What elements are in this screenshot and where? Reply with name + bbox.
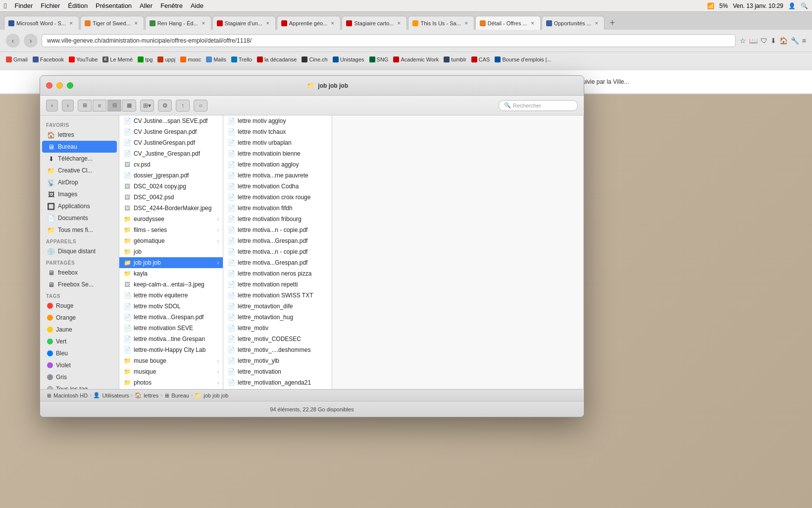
tab-word[interactable]: Microsoft Word - S... ✕: [4, 16, 79, 30]
sidebar-item-bureau[interactable]: 🖥 Bureau: [42, 141, 117, 153]
bookmark-lememe[interactable]: É Le Memé: [102, 56, 133, 62]
file-item[interactable]: 📄 lettre motivation SWISS TXT: [223, 290, 332, 301]
file-item[interactable]: 📄 lettre motivation Codha: [223, 181, 332, 192]
bookmark-icon[interactable]: ☆: [740, 37, 746, 45]
file-item[interactable]: 📄 lettre_motiv: [223, 323, 332, 334]
tab-close[interactable]: ✕: [593, 20, 600, 27]
file-item-job-job-job[interactable]: 📁 job job job ›: [119, 257, 223, 268]
sidebar-item-airdrop[interactable]: 📡 AirDrop: [42, 176, 117, 188]
file-item[interactable]: 📄 lettre motiva...n - copie.pdf: [223, 225, 332, 235]
download-icon[interactable]: ⬇: [770, 37, 776, 45]
file-item[interactable]: 📄 CV JustineGrespan.pdf: [119, 137, 223, 148]
file-item[interactable]: 📄 CV Justine Grespan.pdf: [119, 126, 223, 137]
menu-button[interactable]: ≡: [802, 37, 806, 45]
bookmark-trello[interactable]: Trello: [231, 56, 252, 62]
apple-menu[interactable]: : [4, 1, 6, 10]
menu-aller[interactable]: Aller: [140, 2, 152, 9]
minimize-button[interactable]: [56, 82, 63, 89]
bookmark-unistages[interactable]: Unistages: [333, 56, 364, 62]
file-item[interactable]: 📄 lettre motivation repetti: [223, 279, 332, 290]
sidebar-item-tag-jaune[interactable]: Jaune: [42, 324, 117, 336]
file-item[interactable]: 📄 lettre_motiv_CODESEC: [223, 334, 332, 344]
bookmark-mooc[interactable]: mooc: [180, 56, 201, 62]
file-item[interactable]: 🖼 cv.psd: [119, 159, 223, 170]
file-item[interactable]: 📄 lettre motivation SEVE: [119, 323, 223, 334]
file-item[interactable]: 📄 lettre motiva...tine Grespan: [119, 334, 223, 344]
file-item[interactable]: 📁 musique ›: [119, 366, 223, 377]
menu-edition[interactable]: Édition: [68, 2, 88, 9]
shield-icon[interactable]: 🛡: [761, 37, 767, 45]
tab-stagiaire1[interactable]: Stagiaire d'un... ✕: [212, 16, 276, 30]
home-icon[interactable]: 🏠: [779, 37, 788, 45]
sidebar-item-lettres[interactable]: 🏠 lettres: [42, 129, 117, 141]
file-item[interactable]: 📄 lettre motivation fifdh: [223, 203, 332, 214]
bookmark-academic-work[interactable]: Academic Work: [393, 56, 439, 62]
tab-this-is-us[interactable]: This Is Us - Sa... ✕: [408, 16, 474, 30]
sidebar-item-tag-bleu[interactable]: Bleu: [42, 347, 117, 359]
file-item[interactable]: 📄 lettre motivation neros pizza: [223, 268, 332, 279]
bookmark-youtube[interactable]: YouTube: [69, 56, 98, 62]
file-item[interactable]: 📄 lettre_motivation_agenda21: [223, 377, 332, 388]
bookmark-uppj[interactable]: uppj: [157, 56, 175, 62]
sidebar-item-tous-mes-fichiers[interactable]: 📁 Tous mes fi...: [42, 224, 117, 236]
tab-close[interactable]: ✕: [529, 20, 536, 27]
tab-close[interactable]: ✕: [68, 20, 75, 27]
new-tab-button[interactable]: +: [606, 16, 619, 30]
bookmark-facebook[interactable]: Facebook: [33, 56, 64, 62]
file-item[interactable]: 📄 lettre motiv urbaplan: [223, 137, 332, 148]
bookmark-tpg[interactable]: tpg: [138, 56, 152, 62]
sidebar-item-documents[interactable]: 📄 Documents: [42, 212, 117, 224]
gallery-view-button[interactable]: ▦: [122, 100, 136, 112]
sidebar-item-tag-violet[interactable]: Violet: [42, 359, 117, 371]
sidebar-item-freebox[interactable]: 🖥 freebox: [42, 267, 117, 279]
file-item[interactable]: 📄 lettre motiva...Grespan.pdf: [223, 257, 332, 268]
forward-button[interactable]: ›: [24, 34, 38, 48]
sidebar-item-telechargements[interactable]: ⬇ Télécharge...: [42, 153, 117, 165]
bookmark-cine[interactable]: Cine.ch: [302, 56, 327, 62]
file-item[interactable]: 🖼 DSC_0042.psd: [119, 192, 223, 203]
breadcrumb-utilisateurs[interactable]: Utilisateurs: [102, 393, 129, 398]
file-item[interactable]: 📁 job: [119, 246, 223, 257]
tab-close[interactable]: ✕: [396, 20, 403, 27]
extension-icon[interactable]: 🔧: [791, 37, 799, 45]
list-view-button[interactable]: ≡: [93, 100, 106, 112]
file-item[interactable]: 📄 dossier_jgrespan.pdf: [119, 170, 223, 181]
arrange-button[interactable]: ⊞▾: [140, 100, 154, 112]
back-nav-button[interactable]: ‹: [46, 100, 58, 112]
file-item[interactable]: 📄 CV Justine...span SEVE.pdf: [119, 115, 223, 126]
menu-presentation[interactable]: Présentation: [96, 2, 132, 9]
sidebar-item-tag-gris[interactable]: Gris: [42, 371, 117, 383]
bookmark-tumblr[interactable]: tumblr: [444, 56, 466, 62]
maximize-button[interactable]: [67, 82, 73, 89]
file-item[interactable]: 📄 lettre motivatioin bienne: [223, 148, 332, 159]
share-button[interactable]: ↑: [176, 100, 190, 112]
sidebar-item-tag-tous[interactable]: Tous les tag...: [42, 383, 117, 389]
tab-close[interactable]: ✕: [264, 20, 271, 27]
file-item[interactable]: 📄 lettre motiv SDOL: [119, 301, 223, 312]
tab-opportunites[interactable]: Opportunités ... ✕: [542, 16, 605, 30]
sidebar-item-tag-rouge[interactable]: Rouge: [42, 300, 117, 312]
menu-finder[interactable]: Finder: [14, 2, 33, 9]
breadcrumb-lettres[interactable]: lettres: [144, 393, 158, 398]
file-item[interactable]: 📄 lettre motivation croix rouge: [223, 192, 332, 203]
file-item[interactable]: 📄 lettre motiv aggloy: [223, 115, 332, 126]
file-item[interactable]: 📁 photos ›: [119, 377, 223, 388]
file-item[interactable]: 📄 lettre motiva...Grespan.pdf: [223, 235, 332, 246]
file-item[interactable]: 📁 muse bouge ›: [119, 355, 223, 366]
menu-aide[interactable]: Aide: [191, 2, 203, 9]
file-item[interactable]: 📄 lettre_motiv_ylb: [223, 355, 332, 366]
action-button[interactable]: ⚙: [158, 100, 172, 112]
sidebar-item-disque-distant[interactable]: 💿 Disque distant: [42, 245, 117, 257]
tab-close[interactable]: ✕: [133, 20, 140, 27]
file-item[interactable]: 📄 lettre motiv tchaux: [223, 126, 332, 137]
file-item[interactable]: 📄 lettre motiv equiterre: [119, 290, 223, 301]
breadcrumb-job-job-job[interactable]: job job job: [203, 393, 228, 398]
file-item[interactable]: 📄 lettre motiva...Grespan.pdf: [119, 312, 223, 323]
file-item[interactable]: 🖼 DSC_4244-BorderMaker.jpeg: [119, 203, 223, 214]
file-item[interactable]: 📄 lettre-motiv-Happy City Lab: [119, 344, 223, 355]
file-item[interactable]: 🖼 keep-calm-a...entai--3.jpeg: [119, 279, 223, 290]
file-item[interactable]: 📄 lettre_motivation: [223, 366, 332, 377]
icon-view-button[interactable]: ⊞: [78, 100, 92, 112]
forward-nav-button[interactable]: ›: [62, 100, 74, 112]
tab-close[interactable]: ✕: [200, 20, 207, 27]
